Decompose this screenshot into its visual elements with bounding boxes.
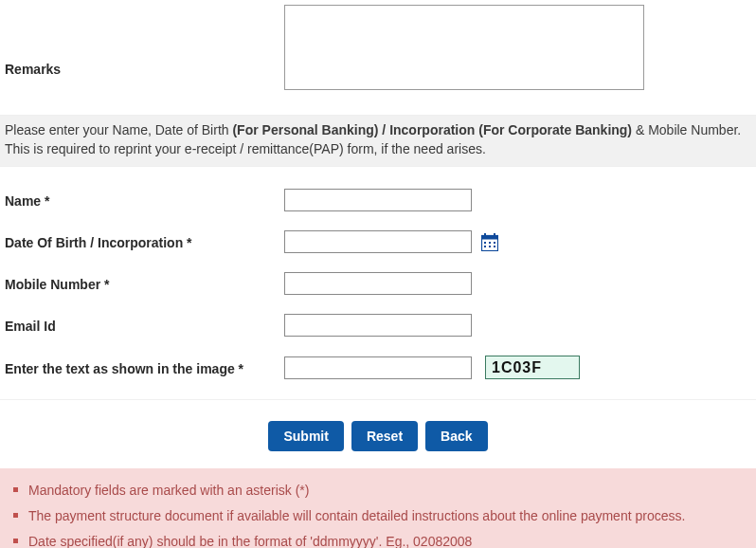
button-bar: Submit Reset Back [0, 413, 756, 468]
mobile-row: Mobile Number * [0, 267, 756, 300]
svg-rect-7 [484, 246, 486, 247]
captcha-image: 1C03F [485, 356, 580, 379]
svg-rect-2 [484, 233, 486, 237]
remarks-input-cell [284, 5, 644, 93]
dob-input[interactable] [284, 230, 472, 253]
remarks-row: Remarks [0, 0, 756, 98]
captcha-label: Enter the text as shown in the image * [5, 359, 284, 376]
note-item: Date specified(if any) should be in the … [8, 529, 748, 548]
notes-box: Mandatory fields are marked with an aste… [0, 468, 756, 548]
svg-rect-9 [494, 246, 495, 247]
captcha-row: Enter the text as shown in the image * 1… [0, 351, 756, 384]
name-row: Name * [0, 184, 756, 216]
dob-row: Date Of Birth / Incorporation * [0, 226, 756, 258]
remarks-label: Remarks [5, 5, 284, 77]
instruction-suffix: & Mobile Number. [632, 122, 741, 137]
svg-rect-5 [489, 242, 491, 244]
name-label: Name * [5, 192, 284, 209]
mobile-label: Mobile Number * [5, 275, 284, 292]
remarks-textarea[interactable] [284, 5, 644, 90]
instruction-line2: This is required to reprint your e-recei… [5, 141, 486, 156]
email-row: Email Id [0, 309, 756, 341]
divider [0, 399, 756, 400]
instruction-bold: (For Personal Banking) / Incorporation (… [232, 122, 632, 137]
instruction-bar: Please enter your Name, Date of Birth (F… [0, 115, 756, 167]
name-input[interactable] [284, 189, 472, 211]
submit-button[interactable]: Submit [268, 421, 343, 451]
svg-rect-8 [489, 246, 491, 247]
svg-rect-4 [484, 242, 486, 244]
instruction-prefix: Please enter your Name, Date of Birth [5, 122, 232, 137]
email-input[interactable] [284, 314, 472, 337]
mobile-input[interactable] [284, 272, 472, 295]
svg-rect-3 [494, 233, 495, 237]
svg-rect-6 [494, 242, 495, 244]
note-item: The payment structure document if availa… [8, 503, 748, 529]
calendar-icon[interactable] [481, 233, 498, 251]
notes-list: Mandatory fields are marked with an aste… [8, 478, 748, 548]
dob-label: Date Of Birth / Incorporation * [5, 233, 284, 250]
captcha-input[interactable] [284, 356, 472, 379]
email-label: Email Id [5, 317, 284, 334]
note-item: Mandatory fields are marked with an aste… [8, 478, 748, 503]
reset-button[interactable]: Reset [351, 421, 418, 451]
back-button[interactable]: Back [425, 421, 487, 451]
